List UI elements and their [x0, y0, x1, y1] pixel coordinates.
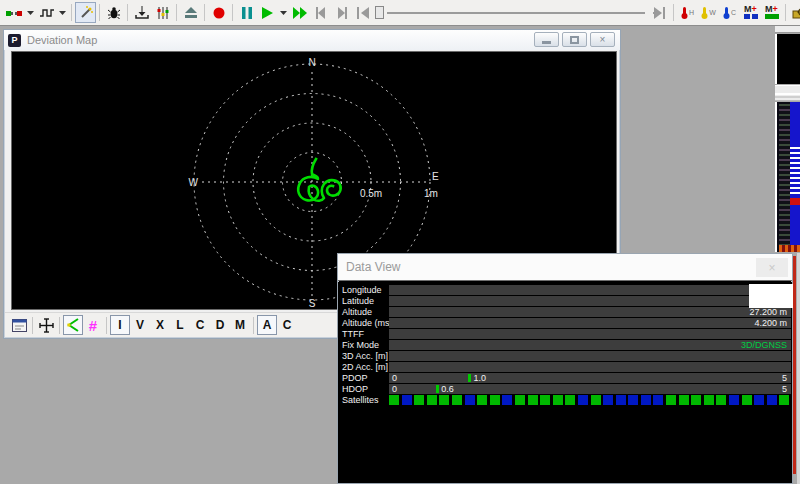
row-label: Altitude (msl): [342, 318, 395, 328]
pause-icon[interactable]: [236, 2, 257, 23]
connection-icon[interactable]: [4, 2, 25, 23]
separator: [99, 4, 100, 21]
row-label: HDOP: [342, 384, 368, 394]
row-label: Latitude: [342, 296, 374, 306]
separator: [59, 317, 60, 334]
thermometer-cold-label: C: [731, 9, 736, 16]
message-add-blue-icon[interactable]: M+: [740, 2, 761, 23]
skip-to-start-icon[interactable]: [352, 2, 373, 23]
mode-button-d[interactable]: D: [210, 315, 230, 335]
separator: [785, 4, 786, 21]
download-dock-icon[interactable]: [131, 2, 152, 23]
position-deviation-trace: [298, 159, 340, 201]
slider-handle[interactable]: [375, 6, 384, 19]
eject-icon[interactable]: [180, 2, 201, 23]
satellite-square: [439, 395, 449, 405]
satellite-square: [616, 395, 626, 405]
skip-to-end-icon[interactable]: [649, 2, 670, 23]
playback-slider[interactable]: [375, 2, 647, 23]
step-back-icon[interactable]: [310, 2, 331, 23]
thermometer-cold-icon[interactable]: C: [719, 2, 740, 23]
gear-package-icon[interactable]: [789, 2, 800, 23]
slider-track[interactable]: [387, 12, 645, 14]
scale-label-1m: 1m: [424, 188, 438, 199]
debug-bug-icon[interactable]: [103, 2, 124, 23]
satellite-square: [716, 395, 726, 405]
satellite-square: [402, 395, 412, 405]
play-icon[interactable]: [257, 2, 278, 23]
thermometer-warm-icon[interactable]: W: [698, 2, 719, 23]
row-altitude: Altitude 27.200 m: [338, 307, 792, 317]
satellite-square: [427, 395, 437, 405]
deviation-map-titlebar[interactable]: P Deviation Map ×: [4, 30, 620, 50]
partial-black-window: [775, 34, 800, 84]
satellite-square: [742, 395, 752, 405]
polling-dropdown-icon[interactable]: [57, 2, 68, 23]
separator: [32, 317, 33, 334]
data-view-close-button[interactable]: ×: [756, 258, 788, 277]
message-add-green-icon[interactable]: M+: [761, 2, 782, 23]
step-forward-icon[interactable]: [331, 2, 352, 23]
separator: [673, 4, 674, 21]
separator: [106, 317, 107, 334]
satellite-square: [666, 395, 676, 405]
satellite-square: [704, 395, 714, 405]
row-label: 3D Acc. [m]: [342, 351, 388, 361]
play-dropdown-icon[interactable]: [278, 2, 289, 23]
deviation-map-window-icon: P: [8, 34, 21, 47]
row-3d-acc: 3D Acc. [m]: [338, 351, 792, 361]
partial-chart-red-edge: [793, 256, 796, 474]
main-toolbar: H W C M+ M+: [0, 0, 800, 26]
polling-wave-icon[interactable]: [36, 2, 57, 23]
row-value: 4.200 m: [754, 318, 787, 328]
row-2d-acc: 2D Acc. [m]: [338, 362, 792, 372]
tuning-sliders-icon[interactable]: [152, 2, 173, 23]
mode-button-m[interactable]: M: [230, 315, 250, 335]
minimize-button[interactable]: [534, 32, 559, 47]
separator: [253, 317, 254, 334]
dop-max-label: 5: [782, 373, 787, 383]
polyline-mode-icon[interactable]: [63, 315, 83, 335]
pan-move-icon[interactable]: [36, 315, 56, 335]
satellite-square: [641, 395, 651, 405]
row-value: 27.200 m: [749, 307, 787, 317]
data-view-titlebar[interactable]: Data View ×: [338, 254, 792, 281]
row-fix-mode: Fix Mode 3D/DGNSS: [338, 340, 792, 350]
mode-button-x[interactable]: X: [150, 315, 170, 335]
satellite-square: [591, 395, 601, 405]
grid-mode-icon[interactable]: #: [83, 315, 103, 335]
row-latitude: Latitude 56.: [338, 296, 792, 306]
close-button[interactable]: ×: [590, 32, 615, 47]
row-label: Fix Mode: [342, 340, 379, 350]
compass-south-label: S: [309, 298, 316, 309]
maximize-button[interactable]: [562, 32, 587, 47]
satellite-square: [452, 395, 462, 405]
mode-button-c[interactable]: C: [190, 315, 210, 335]
mode-button-c2[interactable]: C: [277, 315, 297, 335]
row-label: Satellites: [342, 395, 379, 405]
row-altitude-msl: Altitude (msl) 4.200 m: [338, 318, 792, 328]
row-satellites: Satellites: [338, 395, 792, 406]
satellites-bar: [389, 395, 791, 406]
connection-dropdown-icon[interactable]: [25, 2, 36, 23]
satellite-square: [729, 395, 739, 405]
row-value-bar: 23.: [389, 285, 791, 295]
magic-wand-icon[interactable]: [75, 2, 96, 23]
row-longitude: Longitude 23.: [338, 285, 792, 295]
mode-button-v[interactable]: V: [130, 315, 150, 335]
fix-mode-value: 3D/DGNSS: [741, 340, 787, 350]
thermometer-hot-icon[interactable]: H: [677, 2, 698, 23]
record-icon[interactable]: [208, 2, 229, 23]
separator: [71, 4, 72, 21]
pdop-marker: [468, 374, 471, 382]
mode-button-i[interactable]: I: [110, 315, 130, 335]
fast-forward-icon[interactable]: [289, 2, 310, 23]
thermometer-hot-label: H: [689, 9, 694, 16]
row-label: PDOP: [342, 373, 368, 383]
mode-button-l[interactable]: L: [170, 315, 190, 335]
mdi-workspace: P Deviation Map × N S W E 0.5m 1m: [0, 26, 800, 484]
partial-window-titlebar: [775, 85, 800, 101]
mode-button-a[interactable]: A: [257, 315, 277, 335]
satellite-square: [465, 395, 475, 405]
properties-icon[interactable]: [9, 315, 29, 335]
